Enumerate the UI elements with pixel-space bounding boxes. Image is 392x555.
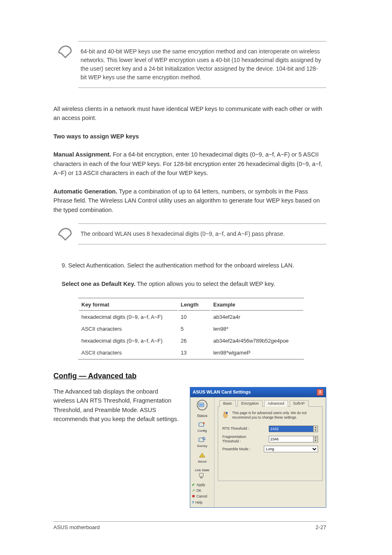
note-text-1: 64-bit and 40-bit WEP keys use the same … <box>78 41 326 88</box>
check-icon: ✔ <box>192 483 195 487</box>
cancel-icon: ✖ <box>192 494 195 498</box>
cell: ASCII characters <box>79 347 178 358</box>
tab-softap[interactable]: SoftAP <box>290 400 309 407</box>
note-text-2: The onboard WLAN uses 8 hexadecimal digi… <box>78 223 326 244</box>
table-row: hexadecimal digits (0~9, a~f, A~F) 10 ab… <box>79 311 303 322</box>
sidebar-label: Status <box>197 414 208 418</box>
key-table-header: Example <box>211 299 303 311</box>
table-row: ASCII characters 5 len98* <box>79 323 303 334</box>
rts-label: RTS Threshold : <box>222 426 263 431</box>
advanced-panel-note: This page is for advanced users only. We… <box>232 411 318 420</box>
svg-rect-10 <box>226 412 228 414</box>
spin-up-icon: ▲ <box>314 436 318 439</box>
table-row: hexadecimal digits (0~9, a~f, A~F) 26 ab… <box>79 335 303 346</box>
spin-down-icon: ▼ <box>314 429 318 432</box>
cell: 26 <box>178 335 210 346</box>
close-button[interactable]: X <box>317 389 323 396</box>
advanced-heading: Config — Advanced tab <box>53 372 326 380</box>
cancel-button[interactable]: ✖ Cancel <box>191 494 208 499</box>
linkstate-icon <box>198 472 206 479</box>
cell: hexadecimal digits (0~9, a~f, A~F) <box>79 335 178 346</box>
footer-left: ASUS motherboard <box>53 524 100 530</box>
help-button[interactable]: ? Help <box>191 500 203 505</box>
sidebar-item-about[interactable]: About <box>197 451 208 465</box>
advanced-body: The Advanced tab displays the onboard wi… <box>53 388 179 422</box>
key-table-header: Length <box>178 299 210 311</box>
frag-spinner[interactable]: ▲ ▼ <box>314 436 318 442</box>
footer-right: 2-27 <box>316 524 326 530</box>
sidebar-item-linkstate: Link State <box>194 467 210 480</box>
cell: len98* <box>211 323 303 334</box>
cell: ab34ef2a4r <box>211 311 303 322</box>
rts-spinner[interactable]: ▲ ▼ <box>314 426 318 432</box>
exit-icon: ↗ <box>192 488 195 493</box>
tab-encryption[interactable]: Encryption <box>238 400 263 407</box>
ok-button[interactable]: ↗ OK <box>191 488 202 493</box>
svg-point-3 <box>203 422 205 424</box>
key-format-table: Key format Length Example hexadecimal di… <box>78 298 304 359</box>
two-ways-heading: Two ways to assign WEP keys <box>53 133 139 140</box>
tab-advanced[interactable]: Advanced <box>264 400 288 407</box>
sidebar-label: Config <box>197 429 207 433</box>
note-icon <box>53 223 78 243</box>
sidebar-item-status-icon[interactable] <box>197 400 208 410</box>
svg-rect-4 <box>199 438 204 442</box>
manual-assignment-label: Manual Assignment. <box>53 151 111 158</box>
note-icon <box>53 41 78 61</box>
apply-label: Apply <box>196 483 205 487</box>
frag-label: Fragmentation Threshold : <box>222 435 263 444</box>
spin-up-icon: ▲ <box>314 426 318 429</box>
key-format-table-wrap: Key format Length Example hexadecimal di… <box>78 298 326 359</box>
settings-sidebar: Status Config <box>190 397 214 507</box>
table-row: ASCII characters 13 len98*wlgameP <box>79 347 303 358</box>
intro-paragraph: All wireless clients in a network must h… <box>53 104 326 123</box>
cell: 10 <box>178 311 210 322</box>
sidebar-item-survey[interactable]: Survey <box>196 436 208 449</box>
hand-icon <box>222 411 229 419</box>
about-icon <box>198 452 206 459</box>
cell: len98*wlgameP <box>211 347 303 358</box>
field-frag: Fragmentation Threshold : ▲ ▼ <box>222 435 318 444</box>
cancel-label: Cancel <box>196 494 207 498</box>
note-block-2: The onboard WLAN uses 8 hexadecimal digi… <box>53 223 326 244</box>
window-titlebar[interactable]: ASUS WLAN Card Settings X <box>190 387 326 397</box>
cell: hexadecimal digits (0~9, a~f, A~F) <box>79 311 178 322</box>
field-rts: RTS Threshold : ▲ ▼ <box>222 426 318 432</box>
window-title: ASUS WLAN Card Settings <box>193 389 251 395</box>
note-block-1: 64-bit and 40-bit WEP keys use the same … <box>53 41 326 88</box>
svg-rect-1 <box>200 404 203 406</box>
field-preamble: Preamble Mode : Long <box>222 446 318 452</box>
apply-button[interactable]: ✔ Apply <box>191 482 206 487</box>
default-key-label: Select one as Default Key. <box>62 281 135 287</box>
tab-basic[interactable]: Basic <box>219 400 236 407</box>
wlan-settings-window: ASUS WLAN Card Settings X <box>190 387 326 508</box>
spin-down-icon: ▼ <box>314 439 318 442</box>
auto-generation-label: Automatic Generation. <box>53 188 118 195</box>
sidebar-label: Survey <box>197 444 208 448</box>
cell: 5 <box>178 323 210 334</box>
sidebar-item-config[interactable]: Config <box>196 421 208 434</box>
tab-strip: Basic Encryption Advanced SoftAP <box>218 400 323 407</box>
config-icon <box>198 421 206 428</box>
ok-label: OK <box>196 488 201 493</box>
key-table-header: Key format <box>79 299 178 311</box>
status-icon <box>198 402 206 408</box>
svg-line-6 <box>205 439 205 440</box>
preamble-mode-select[interactable]: Long <box>264 446 318 452</box>
help-icon: ? <box>192 500 194 504</box>
preamble-label: Preamble Mode : <box>222 447 263 451</box>
cell: ASCII characters <box>79 323 178 334</box>
svg-rect-9 <box>200 477 203 478</box>
sidebar-label: About <box>198 460 207 464</box>
survey-icon <box>198 437 206 443</box>
default-key-text: The option allows you to select the defa… <box>135 281 275 287</box>
svg-rect-8 <box>199 473 203 477</box>
frag-threshold-input[interactable] <box>269 436 314 442</box>
step-9-item: Select Authentication. Select the authen… <box>68 261 326 270</box>
svg-marker-7 <box>199 453 205 457</box>
cell: 13 <box>178 347 210 358</box>
rts-threshold-input[interactable] <box>269 426 314 432</box>
advanced-tab-panel: This page is for advanced users only. We… <box>218 407 323 481</box>
step-9-text: Select Authentication. Select the authen… <box>68 262 294 269</box>
help-label: Help <box>195 500 202 504</box>
